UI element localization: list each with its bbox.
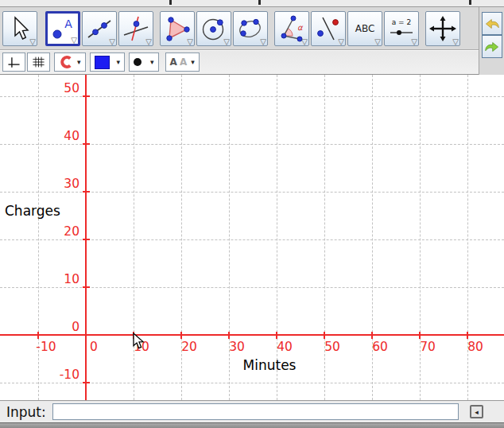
tool-dropdown-arrow[interactable]: ▽ — [301, 38, 308, 46]
x-axis-tick — [228, 332, 230, 339]
svg-text:a = 2: a = 2 — [392, 18, 412, 26]
color-swatch — [95, 56, 110, 69]
redo-button[interactable] — [482, 35, 502, 58]
x-tick-label: 70 — [420, 340, 436, 354]
move-graphics-view-button[interactable]: ▽ — [425, 11, 460, 46]
x-axis-tick — [467, 332, 468, 339]
tool-dropdown-arrow[interactable]: ▽ — [223, 38, 230, 46]
x-tick-label: 50 — [324, 340, 340, 354]
dropdown-arrow-icon: ▾ — [117, 58, 121, 66]
y-axis-caption: Charges — [5, 203, 60, 219]
geogebra-window: ▽ A ▽ ▽ — [0, 0, 504, 428]
tool-dropdown-arrow[interactable]: ▽ — [145, 38, 152, 46]
x-axis-tick — [371, 332, 373, 339]
y-axis-tick — [83, 143, 90, 145]
gridline-horizontal — [0, 144, 504, 145]
polygon-tool-button[interactable]: ▽ — [160, 11, 195, 46]
x-tick-label: -10 — [36, 340, 56, 354]
mouse-cursor — [132, 333, 146, 353]
gridline-horizontal — [0, 96, 504, 97]
undo-redo-panel — [479, 7, 504, 75]
undo-button[interactable] — [482, 12, 502, 35]
y-axis-tick — [83, 191, 90, 193]
input-field[interactable] — [52, 403, 459, 420]
tool-dropdown-arrow[interactable]: ▽ — [187, 38, 193, 46]
tool-dropdown-arrow[interactable]: ▽ — [411, 38, 417, 46]
tool-dropdown-arrow[interactable]: ▽ — [338, 38, 344, 46]
x-axis-tick — [324, 332, 325, 339]
circle-tool-button[interactable]: ▽ — [196, 11, 231, 46]
y-tick-label: 20 — [0, 224, 79, 239]
tool-dropdown-arrow[interactable]: ▽ — [109, 38, 115, 46]
x-axis — [0, 334, 504, 336]
point-capturing-dropdown[interactable]: ▾ — [54, 53, 86, 72]
y-tick-label: 0 — [0, 320, 79, 334]
gridline-horizontal — [0, 383, 504, 383]
y-tick-label: 10 — [0, 272, 79, 286]
move-tool-button[interactable]: ▽ — [2, 11, 37, 46]
grid-toggle-button[interactable] — [27, 53, 50, 72]
y-axis-tick — [83, 382, 90, 383]
input-help-toggle-button[interactable]: ◂ — [470, 405, 483, 418]
y-tick-label: 30 — [0, 177, 79, 191]
point-style-dropdown[interactable]: ▾ — [129, 53, 159, 72]
x-tick-label: 40 — [277, 340, 293, 354]
dropdown-arrow-icon: ▾ — [191, 58, 195, 66]
dropdown-arrow-icon: ▾ — [150, 58, 154, 66]
undo-icon — [483, 15, 501, 33]
toolbar: ▽ A ▽ ▽ — [0, 7, 479, 49]
svg-text:A: A — [64, 18, 72, 30]
help-toggle-icon: ◂ — [475, 408, 479, 416]
x-axis-tick — [419, 332, 421, 339]
x-axis-tick — [180, 332, 182, 339]
x-tick-label: 80 — [467, 340, 483, 354]
reflect-tool-button[interactable]: ▽ — [311, 11, 346, 46]
tool-dropdown-arrow[interactable]: ▽ — [29, 38, 36, 46]
style-bar: ▾ ▾ ▾ AA ▾ — [0, 49, 479, 75]
font-size-dropdown[interactable]: AA ▾ — [165, 53, 200, 72]
magnet-icon — [59, 55, 73, 69]
point-style-icon — [134, 58, 142, 66]
x-axis-caption: Minutes — [243, 357, 297, 373]
y-axis — [85, 75, 87, 400]
gridline-horizontal — [0, 287, 504, 288]
perpendicular-line-tool-button[interactable]: ▽ — [118, 11, 153, 46]
y-tick-label: -10 — [0, 368, 79, 382]
point-tool-button[interactable]: A ▽ — [45, 11, 80, 46]
slider-tool-button[interactable]: a = 2 ▽ — [384, 11, 419, 46]
grid-icon — [32, 53, 45, 71]
input-label: Input: — [6, 404, 46, 420]
tool-dropdown-arrow[interactable]: ▽ — [260, 38, 266, 46]
menu-text-remnant — [169, 0, 172, 5]
svg-text:α: α — [297, 23, 304, 32]
input-bar: Input: ◂ — [0, 400, 504, 422]
text-tool-button[interactable]: ABC ▽ — [347, 11, 382, 46]
toolbar-left: ▽ A ▽ ▽ — [0, 7, 479, 75]
window-bottom-strip — [0, 422, 504, 428]
toolbar-area: ▽ A ▽ ▽ — [0, 7, 504, 75]
axes-toggle-button[interactable] — [2, 53, 25, 72]
gridline-horizontal — [0, 192, 504, 193]
ellipse-tool-button[interactable]: ▽ — [233, 11, 268, 46]
tool-dropdown-arrow[interactable]: ▽ — [452, 38, 459, 46]
menu-bar-sliver — [0, 0, 504, 7]
axes-icon — [7, 54, 21, 71]
graphics-view[interactable]: -100102030405080706050403020100-10 Charg… — [0, 75, 504, 400]
menu-text-remnant — [469, 0, 471, 5]
line-tool-button[interactable]: ▽ — [82, 11, 117, 46]
y-tick-label: 40 — [0, 129, 79, 143]
tool-dropdown-arrow[interactable]: ▽ — [71, 37, 77, 45]
font-size-icon-faded: A — [180, 56, 187, 68]
y-tick-label: 50 — [0, 81, 79, 95]
x-tick-label: 0 — [90, 340, 98, 354]
font-size-icon: A — [170, 56, 177, 68]
angle-tool-button[interactable]: α ▽ — [274, 11, 309, 46]
menu-text-remnant — [258, 0, 261, 5]
x-axis-tick — [276, 332, 277, 339]
color-dropdown[interactable]: ▾ — [90, 53, 126, 72]
y-axis-tick — [83, 286, 90, 288]
tool-dropdown-arrow[interactable]: ▽ — [374, 38, 381, 46]
redo-icon — [483, 38, 501, 56]
svg-text:ABC: ABC — [355, 23, 375, 34]
dropdown-arrow-icon: ▾ — [77, 58, 81, 66]
